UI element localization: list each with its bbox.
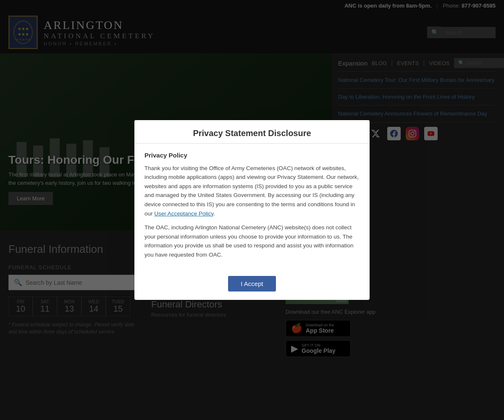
modal: Privacy Statement Disclosure Privacy Pol… [134, 120, 370, 300]
modal-para1: Thank you for visiting the Office of Arm… [144, 164, 360, 218]
modal-policy-heading: Privacy Policy [144, 150, 360, 160]
modal-footer: I Accept [134, 271, 370, 300]
modal-para1-text: Thank you for visiting the Office of Arm… [144, 165, 359, 217]
modal-title: Privacy Statement Disclosure [144, 129, 360, 138]
modal-overlay: Privacy Statement Disclosure Privacy Pol… [0, 0, 504, 420]
modal-para1-end: . [213, 210, 215, 217]
modal-para2: The OAC, including Arlington National Ce… [144, 223, 360, 259]
modal-body: Privacy Policy Thank you for visiting th… [134, 144, 370, 271]
accept-button[interactable]: I Accept [228, 276, 276, 291]
user-acceptance-link[interactable]: User Acceptance Policy [154, 210, 213, 217]
modal-header: Privacy Statement Disclosure [134, 120, 370, 144]
